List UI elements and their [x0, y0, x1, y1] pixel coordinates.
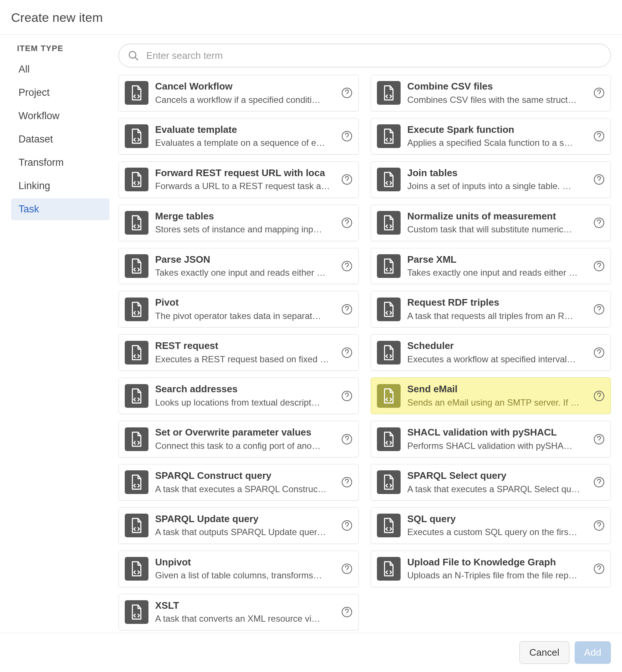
- help-icon[interactable]: [593, 174, 605, 185]
- item-title: Request RDF triples: [407, 296, 587, 309]
- item-card-normalize-units-of-measurement[interactable]: Normalize units of measurementCustom tas…: [371, 205, 611, 241]
- help-icon[interactable]: [593, 477, 605, 488]
- type-item-workflow[interactable]: Workflow: [11, 105, 110, 127]
- create-item-dialog: Create new item ITEM TYPE All Project Wo…: [0, 0, 622, 672]
- file-code-icon: [377, 254, 401, 278]
- item-card-sparql-construct-query[interactable]: SPARQL Construct queryA task that execut…: [118, 464, 359, 501]
- help-icon[interactable]: [341, 434, 352, 445]
- item-title: Combine CSV files: [407, 80, 587, 93]
- help-icon[interactable]: [593, 261, 605, 272]
- help-icon[interactable]: [341, 87, 352, 98]
- item-card-forward-rest-request-url-with-loca[interactable]: Forward REST request URL with locaForwar…: [118, 161, 359, 198]
- help-icon[interactable]: [593, 347, 605, 358]
- file-code-icon: [125, 168, 148, 191]
- help-icon[interactable]: [341, 347, 352, 358]
- item-card-shacl-validation-with-pyshacl[interactable]: SHACL validation with pySHACLPerforms SH…: [371, 421, 611, 457]
- item-description: Executes a workflow at specified interva…: [407, 353, 587, 365]
- dialog-title: Create new item: [11, 10, 611, 25]
- type-item-all[interactable]: All: [11, 58, 110, 80]
- item-card-set-or-overwrite-parameter-values[interactable]: Set or Overwrite parameter valuesConnect…: [118, 421, 359, 457]
- help-icon[interactable]: [341, 520, 352, 531]
- help-icon[interactable]: [341, 607, 352, 618]
- item-card-execute-spark-function[interactable]: Execute Spark functionApplies a specifie…: [371, 118, 611, 155]
- item-title: Pivot: [155, 296, 335, 309]
- file-code-icon: [377, 124, 401, 148]
- help-icon[interactable]: [341, 174, 352, 185]
- item-title: Search addresses: [155, 383, 335, 395]
- help-icon[interactable]: [593, 217, 605, 228]
- file-code-icon: [125, 298, 148, 321]
- item-text: Combine CSV filesCombines CSV files with…: [407, 80, 605, 106]
- item-text: SQL queryExecutes a custom SQL query on …: [407, 513, 605, 538]
- item-card-cancel-workflow[interactable]: Cancel WorkflowCancels a workflow if a s…: [118, 75, 359, 111]
- help-icon[interactable]: [341, 563, 352, 574]
- file-code-icon: [125, 470, 148, 494]
- help-icon[interactable]: [341, 304, 352, 315]
- type-item-task[interactable]: Task: [11, 198, 110, 220]
- search-wrap: [118, 44, 611, 67]
- item-card-sparql-update-query[interactable]: SPARQL Update queryA task that outputs S…: [118, 507, 359, 544]
- help-icon[interactable]: [593, 563, 605, 574]
- item-description: A task that outputs SPARQL Update quer…: [155, 526, 335, 538]
- file-code-icon: [125, 427, 148, 451]
- item-text: SHACL validation with pySHACLPerforms SH…: [407, 426, 605, 452]
- type-item-dataset[interactable]: Dataset: [11, 128, 110, 150]
- item-card-scheduler[interactable]: SchedulerExecutes a workflow at specifie…: [371, 334, 611, 371]
- item-card-join-tables[interactable]: Join tablesJoins a set of inputs into a …: [371, 161, 611, 198]
- search-input[interactable]: [146, 50, 602, 62]
- type-item-project[interactable]: Project: [11, 82, 110, 104]
- item-text: Parse JSONTakes exactly one input and re…: [155, 253, 352, 279]
- item-text: Forward REST request URL with locaForwar…: [155, 167, 352, 192]
- type-item-transform[interactable]: Transform: [11, 152, 110, 174]
- item-text: SPARQL Construct queryA task that execut…: [155, 470, 352, 495]
- item-card-combine-csv-files[interactable]: Combine CSV filesCombines CSV files with…: [371, 75, 611, 111]
- item-card-parse-xml[interactable]: Parse XMLTakes exactly one input and rea…: [371, 248, 611, 285]
- item-card-rest-request[interactable]: REST requestExecutes a REST request base…: [118, 334, 359, 371]
- item-description: Cancels a workflow if a specified condit…: [155, 94, 335, 106]
- item-title: Execute Spark function: [407, 124, 587, 136]
- item-card-xslt[interactable]: XSLTA task that converts an XML resource…: [118, 594, 359, 631]
- help-icon[interactable]: [593, 434, 605, 445]
- item-title: SPARQL Construct query: [155, 470, 335, 482]
- item-text: Normalize units of measurementCustom tas…: [407, 210, 605, 236]
- help-icon[interactable]: [593, 390, 605, 401]
- help-icon[interactable]: [593, 87, 605, 98]
- item-text: Join tablesJoins a set of inputs into a …: [407, 167, 605, 192]
- item-card-pivot[interactable]: PivotThe pivot operator takes data in se…: [118, 291, 359, 327]
- help-icon[interactable]: [593, 304, 605, 315]
- help-icon[interactable]: [593, 520, 605, 531]
- item-description: Given a list of table columns, transform…: [155, 569, 335, 581]
- item-card-unpivot[interactable]: UnpivotGiven a list of table columns, tr…: [118, 551, 359, 587]
- item-card-parse-json[interactable]: Parse JSONTakes exactly one input and re…: [118, 248, 359, 285]
- item-text: Cancel WorkflowCancels a workflow if a s…: [155, 80, 352, 106]
- help-icon[interactable]: [341, 217, 352, 228]
- item-card-upload-file-to-knowledge-graph[interactable]: Upload File to Knowledge GraphUploads an…: [371, 551, 611, 587]
- item-title: Parse XML: [407, 253, 587, 266]
- item-text: Request RDF triplesA task that requests …: [407, 296, 605, 322]
- item-text: Merge tablesStores sets of instance and …: [155, 210, 352, 236]
- search-icon: [128, 50, 139, 61]
- file-code-icon: [377, 168, 401, 191]
- item-card-evaluate-template[interactable]: Evaluate templateEvaluates a template on…: [118, 118, 359, 155]
- help-icon[interactable]: [341, 477, 352, 488]
- item-text: UnpivotGiven a list of table columns, tr…: [155, 556, 352, 582]
- cancel-button[interactable]: Cancel: [519, 641, 569, 664]
- search-field[interactable]: [118, 44, 611, 67]
- item-card-send-email[interactable]: Send eMailSends an eMail using an SMTP s…: [371, 377, 611, 414]
- item-title: Join tables: [407, 167, 587, 179]
- item-card-sql-query[interactable]: SQL queryExecutes a custom SQL query on …: [371, 507, 611, 544]
- help-icon[interactable]: [593, 131, 605, 142]
- item-card-sparql-select-query[interactable]: SPARQL Select queryA task that executes …: [371, 464, 611, 501]
- add-button[interactable]: Add: [575, 641, 611, 664]
- help-icon[interactable]: [341, 261, 352, 272]
- item-card-merge-tables[interactable]: Merge tablesStores sets of instance and …: [118, 205, 359, 241]
- item-title: SPARQL Select query: [407, 470, 587, 482]
- item-card-request-rdf-triples[interactable]: Request RDF triplesA task that requests …: [371, 291, 611, 327]
- help-icon[interactable]: [341, 131, 352, 142]
- type-item-linking[interactable]: Linking: [11, 175, 110, 197]
- item-title: REST request: [155, 340, 335, 352]
- help-icon[interactable]: [341, 390, 352, 401]
- item-description: Forwards a URL to a REST request task a…: [155, 180, 335, 192]
- item-description: Joins a set of inputs into a single tabl…: [407, 180, 587, 192]
- item-card-search-addresses[interactable]: Search addressesLooks up locations from …: [118, 377, 359, 414]
